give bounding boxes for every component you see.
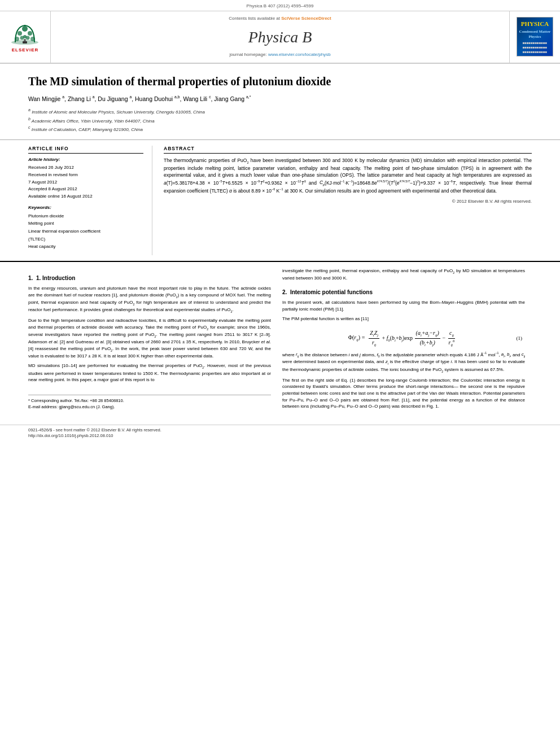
footer-doi: http://dx.doi.org/10.1016/j.physb.2012.0… — [28, 433, 532, 439]
left-column: 1. 1. Introduction In the energy resourc… — [28, 268, 271, 413]
journal-title: Physica B — [248, 27, 312, 48]
formula-number: (1) — [456, 335, 525, 342]
elsevier-brand-text: ELSEVIER — [12, 47, 39, 54]
intro-paragraph-3: MD simulations [10–14] are performed for… — [28, 362, 271, 383]
received-date: Received 26 July 2012 — [28, 164, 143, 172]
elsevier-logo: ELSEVIER — [10, 21, 41, 54]
right-intro-cont: investigate the melting point, thermal e… — [282, 268, 525, 282]
main-content: 1. 1. Introduction In the energy resourc… — [0, 262, 560, 425]
article-history: Article history: Received 26 July 2012 R… — [28, 157, 143, 200]
affiliation-c: c Institute of Calculation, CAEP, Mianya… — [28, 125, 532, 133]
physica-badge: PHYSICA Condensed MatterPhysics ■■■■■■■■… — [517, 17, 553, 56]
article-info-label: ARTICLE INFO — [28, 146, 143, 154]
keyword-1: Plutonium dioxide — [28, 212, 143, 220]
sec2-title: Interatomic potential functions — [290, 289, 373, 295]
footer-issn: 0921-4526/$ - see front matter © 2012 El… — [28, 427, 532, 433]
journal-ref: Physica B 407 (2012) 4595–4599 — [0, 2, 560, 11]
physica-badge-title: PHYSICA — [521, 20, 549, 28]
svg-rect-9 — [23, 41, 27, 43]
physica-badge-detail: ■■■■■■■■■■■■■■■■■■■■■■■■■■■■■■■■■■■■ — [523, 41, 548, 54]
article-info-abstract: ARTICLE INFO Article history: Received 2… — [0, 140, 560, 262]
keyword-3: Linear thermal expansion coefficient — [28, 228, 143, 235]
affiliation-a: a Institute of Atomic and Molecular Phys… — [28, 107, 532, 116]
keywords-list: Plutonium dioxide Melting point Linear t… — [28, 212, 143, 251]
keywords-section: Keywords: Plutonium dioxide Melting poin… — [28, 205, 143, 251]
elsevier-tree-icon — [10, 21, 41, 46]
svg-point-5 — [30, 37, 35, 41]
sec2-number: 2. — [282, 289, 287, 295]
intro-paragraph-1: In the energy resources, uranium and plu… — [28, 285, 271, 314]
formula-1: Φ(rij) = ZiZj rij + f0(bi+bj)exp (ai+aj−… — [348, 329, 457, 348]
section2-heading: 2. Interatomic potential functions — [282, 289, 525, 296]
svg-point-3 — [28, 31, 32, 36]
svg-point-10 — [24, 39, 26, 41]
abstract-text: The thermodynamic properties of PuO2 hav… — [164, 157, 532, 194]
journal-header: Physica B 407 (2012) 4595–4599 — [0, 0, 560, 64]
intro-paragraph-2: Due to the high temperature condition an… — [28, 317, 271, 359]
formula-wrapper: Φ(rij) = ZiZj rij + f0(bi+bj)exp (ai+aj−… — [282, 326, 525, 351]
physica-badge-subtitle: Condensed MatterPhysics — [519, 29, 551, 40]
keyword-4: (TLTEC) — [28, 235, 143, 243]
revised-label: Received in revised form — [28, 172, 143, 179]
copyright-text: © 2012 Elsevier B.V. All rights reserved… — [164, 199, 532, 205]
right-column: investigate the melting point, thermal e… — [282, 268, 525, 413]
svg-point-1 — [22, 26, 28, 32]
accepted-date: Accepted 8 August 2012 — [28, 186, 143, 193]
svg-point-4 — [15, 37, 19, 41]
article-authors: Wan Mingjie a, Zhang Li a, Du Jiguang a,… — [28, 94, 532, 103]
introduction-heading: 1. 1. Introduction — [28, 274, 271, 282]
keywords-label: Keywords: — [28, 205, 143, 211]
physica-logo-area: PHYSICA Condensed MatterPhysics ■■■■■■■■… — [509, 11, 560, 63]
intro-section-title: 1. Introduction — [36, 275, 75, 281]
footnote-corresponding: * Corresponding author. Tel./fax: +86 28… — [28, 397, 271, 404]
article-title-section: The MD simulation of thermal properties … — [0, 64, 560, 140]
keyword-5: Heat capacity — [28, 243, 143, 251]
affiliation-b: b Academic Affairs Office, Yibin Univers… — [28, 116, 532, 125]
article-info-column: ARTICLE INFO Article history: Received 2… — [28, 146, 152, 255]
keyword-2: Melting point — [28, 220, 143, 228]
svg-point-8 — [23, 35, 27, 38]
elsevier-logo-area: ELSEVIER — [0, 11, 51, 63]
svg-point-2 — [18, 31, 22, 36]
homepage-url: www.elsevier.com/locate/physb — [268, 52, 331, 57]
history-dates: Received 26 July 2012 Received in revise… — [28, 164, 143, 200]
abstract-label: ABSTRACT — [164, 146, 532, 154]
homepage-line: journal homepage: www.elsevier.com/locat… — [229, 52, 330, 58]
sciverse-line: Contents lists available at SciVerse Sci… — [229, 16, 331, 22]
journal-info-center: Contents lists available at SciVerse Sci… — [51, 11, 509, 63]
abstract-column: ABSTRACT The thermodynamic properties of… — [164, 146, 532, 255]
history-label: Article history: — [28, 157, 143, 163]
author-affiliations: a Institute of Atomic and Molecular Phys… — [28, 107, 532, 133]
footnote-area: * Corresponding author. Tel./fax: +86 28… — [28, 395, 271, 410]
sec2-paragraph-2: The PIM potential function is written as… — [282, 316, 525, 322]
available-date: Available online 16 August 2012 — [28, 193, 143, 200]
footnote-email: E-mail address: gjiang@scu.edu.cn (J. Ga… — [28, 404, 271, 410]
sciverse-link: SciVerse ScienceDirect — [281, 16, 331, 21]
article-title: The MD simulation of thermal properties … — [28, 74, 532, 89]
header-top: ELSEVIER Contents lists available at Sci… — [0, 11, 560, 63]
revised-date: 7 August 2012 — [28, 179, 143, 186]
sec2-paragraph-3: where rij is the distance between i and … — [282, 351, 525, 374]
footer-info: 0921-4526/$ - see front matter © 2012 El… — [0, 425, 560, 441]
intro-section-number: 1. — [28, 275, 33, 281]
sec2-paragraph-4: The first on the right side of Eq. (1) d… — [282, 377, 525, 410]
sec2-paragraph-1: In the present work, all calculations ha… — [282, 299, 525, 312]
